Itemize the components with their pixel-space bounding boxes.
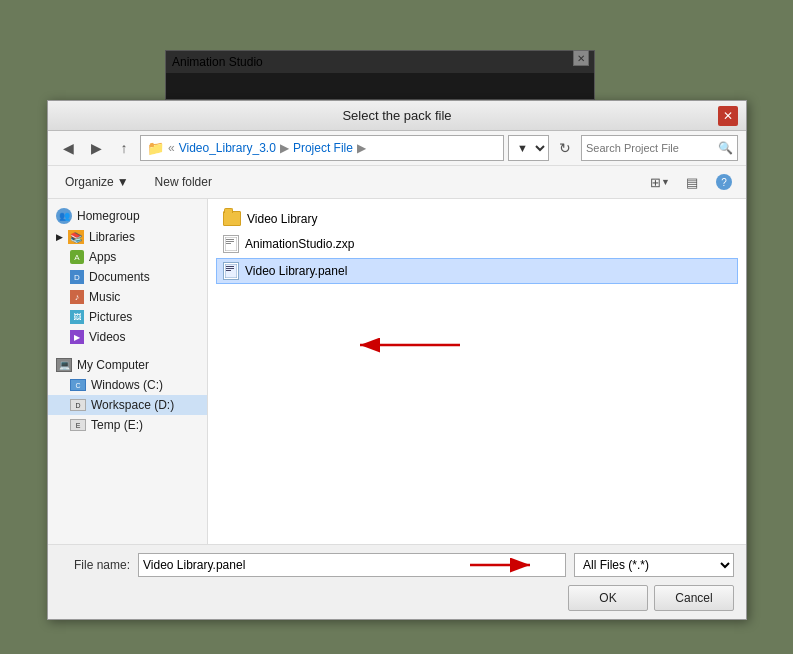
bg-window-close-btn[interactable]: ✕ bbox=[573, 50, 589, 66]
svg-rect-5 bbox=[226, 266, 234, 267]
sidebar-item-videos[interactable]: ▶ Videos bbox=[48, 327, 207, 347]
apps-icon: A bbox=[70, 250, 84, 264]
up-button[interactable]: ↑ bbox=[112, 136, 136, 160]
music-icon: ♪ bbox=[70, 290, 84, 304]
panel-name: Video Library.panel bbox=[245, 264, 347, 278]
music-label: Music bbox=[89, 290, 120, 304]
file-item-panel[interactable]: Video Library.panel bbox=[216, 258, 738, 284]
filename-input[interactable] bbox=[138, 553, 566, 577]
svg-rect-7 bbox=[226, 270, 231, 271]
new-folder-button[interactable]: New folder bbox=[144, 171, 223, 193]
sidebar-item-apps[interactable]: A Apps bbox=[48, 247, 207, 267]
dialog-titlebar: Select the pack file ✕ bbox=[48, 101, 746, 131]
svg-rect-1 bbox=[226, 239, 234, 240]
panel-icon bbox=[223, 262, 239, 280]
layout-icon: ▤ bbox=[686, 175, 698, 190]
computer-icon: 💻 bbox=[56, 358, 72, 372]
folder-name: Video Library bbox=[247, 212, 318, 226]
breadcrumb-separator-1: ▶ bbox=[280, 141, 289, 155]
search-icon: 🔍 bbox=[718, 141, 733, 155]
windows-c-label: Windows (C:) bbox=[91, 378, 163, 392]
forward-button[interactable]: ▶ bbox=[84, 136, 108, 160]
sidebar-item-my-computer[interactable]: 💻 My Computer bbox=[48, 355, 207, 375]
videos-label: Videos bbox=[89, 330, 125, 344]
bottom-bar: File name: All Files (*.*) OK Cancel bbox=[48, 544, 746, 619]
zxp-name: AnimationStudio.zxp bbox=[245, 237, 354, 251]
sidebar-item-workspace-d[interactable]: D Workspace (D:) bbox=[48, 395, 207, 415]
documents-label: Documents bbox=[89, 270, 150, 284]
view-mode-button[interactable]: ⊞ ▼ bbox=[646, 170, 674, 194]
view-chevron: ▼ bbox=[661, 177, 670, 187]
sidebar-item-temp-e[interactable]: E Temp (E:) bbox=[48, 415, 207, 435]
pictures-label: Pictures bbox=[89, 310, 132, 324]
folder-icon bbox=[223, 211, 241, 226]
view-icon: ⊞ bbox=[650, 175, 661, 190]
nav-toolbar: ◀ ▶ ↑ 📁 « Video_Library_3.0 ▶ Project Fi… bbox=[48, 131, 746, 166]
action-bar-right: ⊞ ▼ ▤ ? bbox=[646, 170, 738, 194]
svg-rect-2 bbox=[226, 241, 234, 242]
background-window: Animation Studio ☰ bbox=[165, 50, 595, 100]
breadcrumb-part-1[interactable]: Video_Library_3.0 bbox=[179, 141, 276, 155]
homegroup-icon: 👥 bbox=[56, 208, 72, 224]
breadcrumb-dropdown[interactable]: ▼ bbox=[508, 135, 549, 161]
dialog-title: Select the pack file bbox=[76, 108, 718, 123]
breadcrumb-root-icon: 📁 bbox=[147, 140, 164, 156]
my-computer-section: 💻 My Computer C Windows (C:) D Workspace… bbox=[48, 355, 207, 435]
my-computer-label: My Computer bbox=[77, 358, 149, 372]
layout-button[interactable]: ▤ bbox=[678, 170, 706, 194]
filetype-select[interactable]: All Files (*.*) bbox=[574, 553, 734, 577]
sidebar-item-music[interactable]: ♪ Music bbox=[48, 287, 207, 307]
search-box: 🔍 bbox=[581, 135, 738, 161]
sidebar-item-homegroup[interactable]: 👥 Homegroup bbox=[48, 205, 207, 227]
pictures-icon: 🖼 bbox=[70, 310, 84, 324]
videos-icon: ▶ bbox=[70, 330, 84, 344]
organize-chevron: ▼ bbox=[117, 175, 129, 189]
back-button[interactable]: ◀ bbox=[56, 136, 80, 160]
svg-rect-6 bbox=[226, 268, 234, 269]
workspace-d-label: Workspace (D:) bbox=[91, 398, 174, 412]
bg-window-title: Animation Studio bbox=[172, 55, 263, 69]
workspace-d-icon: D bbox=[70, 399, 86, 411]
file-list: Video Library AnimationStudio.zxp bbox=[208, 199, 746, 544]
documents-icon: D bbox=[70, 270, 84, 284]
breadcrumb-bar: 📁 « Video_Library_3.0 ▶ Project File ▶ bbox=[140, 135, 504, 161]
help-icon: ? bbox=[716, 174, 732, 190]
breadcrumb-part-2[interactable]: Project File bbox=[293, 141, 353, 155]
windows-c-icon: C bbox=[70, 379, 86, 391]
svg-rect-3 bbox=[226, 243, 231, 244]
organize-label: Organize bbox=[65, 175, 114, 189]
filename-label: File name: bbox=[60, 558, 130, 572]
zxp-icon bbox=[223, 235, 239, 253]
file-select-dialog: Select the pack file ✕ ◀ ▶ ↑ 📁 « Video_L… bbox=[47, 100, 747, 620]
libraries-expand-icon: ▶ bbox=[56, 232, 63, 242]
libraries-icon: 📚 bbox=[68, 230, 84, 244]
dialog-buttons: OK Cancel bbox=[60, 585, 734, 611]
content-area: 👥 Homegroup ▶ 📚 Libraries A Apps D Docum… bbox=[48, 199, 746, 544]
organize-button[interactable]: Organize ▼ bbox=[56, 171, 138, 193]
temp-e-icon: E bbox=[70, 419, 86, 431]
cancel-button[interactable]: Cancel bbox=[654, 585, 734, 611]
file-item-folder[interactable]: Video Library bbox=[216, 207, 738, 230]
temp-e-label: Temp (E:) bbox=[91, 418, 143, 432]
apps-label: Apps bbox=[89, 250, 116, 264]
refresh-button[interactable]: ↻ bbox=[553, 136, 577, 160]
dialog-close-button[interactable]: ✕ bbox=[718, 106, 738, 126]
sidebar: 👥 Homegroup ▶ 📚 Libraries A Apps D Docum… bbox=[48, 199, 208, 544]
file-item-zxp[interactable]: AnimationStudio.zxp bbox=[216, 231, 738, 257]
breadcrumb-separator-2: ▶ bbox=[357, 141, 366, 155]
filename-row: File name: All Files (*.*) bbox=[60, 553, 734, 577]
help-button[interactable]: ? bbox=[710, 170, 738, 194]
action-bar: Organize ▼ New folder ⊞ ▼ ▤ ? bbox=[48, 166, 746, 199]
sidebar-item-pictures[interactable]: 🖼 Pictures bbox=[48, 307, 207, 327]
bg-window-titlebar: Animation Studio ☰ bbox=[166, 51, 594, 73]
search-input[interactable] bbox=[586, 142, 716, 154]
ok-button[interactable]: OK bbox=[568, 585, 648, 611]
sidebar-item-libraries[interactable]: ▶ 📚 Libraries bbox=[48, 227, 207, 247]
libraries-label: Libraries bbox=[89, 230, 135, 244]
sidebar-item-windows-c[interactable]: C Windows (C:) bbox=[48, 375, 207, 395]
sidebar-item-documents[interactable]: D Documents bbox=[48, 267, 207, 287]
homegroup-label: Homegroup bbox=[77, 209, 140, 223]
resize-handle[interactable] bbox=[736, 609, 746, 619]
